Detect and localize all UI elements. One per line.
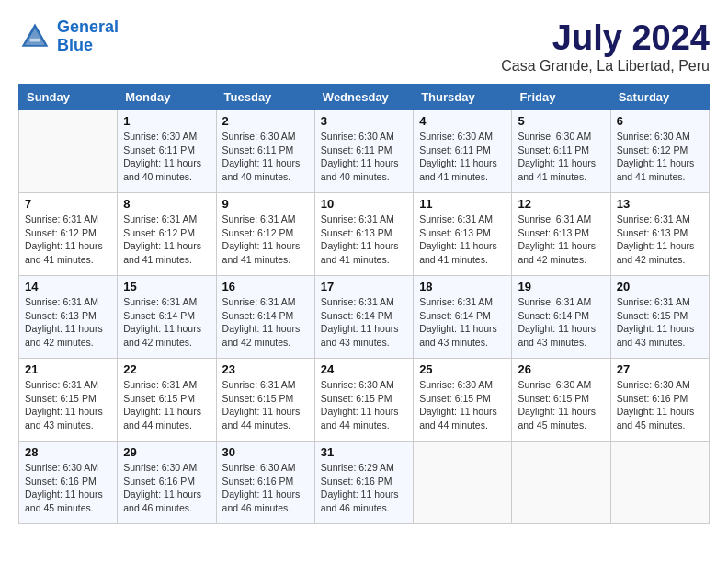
logo-line2: Blue bbox=[57, 36, 93, 54]
day-info: Sunrise: 6:31 AMSunset: 6:13 PMDaylight:… bbox=[25, 295, 111, 350]
day-number: 7 bbox=[25, 197, 111, 211]
day-number: 27 bbox=[617, 362, 703, 376]
calendar-cell: 25Sunrise: 6:30 AMSunset: 6:15 PMDayligh… bbox=[414, 359, 512, 442]
calendar-cell: 31Sunrise: 6:29 AMSunset: 6:16 PMDayligh… bbox=[314, 442, 413, 524]
day-number: 21 bbox=[25, 362, 111, 376]
day-info: Sunrise: 6:31 AMSunset: 6:13 PMDaylight:… bbox=[617, 213, 703, 267]
day-number: 18 bbox=[419, 280, 506, 293]
page-header: General Blue July 2024 Casa Grande, La L… bbox=[18, 18, 710, 75]
weekday-header-row: SundayMondayTuesdayWednesdayThursdayFrid… bbox=[19, 85, 710, 110]
day-info: Sunrise: 6:31 AMSunset: 6:14 PMDaylight:… bbox=[222, 295, 309, 350]
calendar-cell bbox=[512, 442, 610, 524]
day-info: Sunrise: 6:31 AMSunset: 6:14 PMDaylight:… bbox=[419, 295, 506, 350]
location-title: Casa Grande, La Libertad, Peru bbox=[501, 58, 710, 75]
calendar-week-row: 14Sunrise: 6:31 AMSunset: 6:13 PMDayligh… bbox=[19, 276, 710, 359]
day-number: 28 bbox=[25, 445, 111, 459]
day-info: Sunrise: 6:31 AMSunset: 6:14 PMDaylight:… bbox=[321, 295, 407, 350]
calendar-cell: 20Sunrise: 6:31 AMSunset: 6:15 PMDayligh… bbox=[610, 276, 709, 359]
calendar-cell: 18Sunrise: 6:31 AMSunset: 6:14 PMDayligh… bbox=[414, 276, 512, 359]
day-number: 20 bbox=[617, 280, 703, 293]
day-info: Sunrise: 6:31 AMSunset: 6:12 PMDaylight:… bbox=[123, 213, 210, 267]
day-number: 22 bbox=[123, 362, 210, 376]
day-number: 5 bbox=[518, 114, 604, 128]
weekday-header-monday: Monday bbox=[118, 85, 216, 110]
calendar-cell: 6Sunrise: 6:30 AMSunset: 6:12 PMDaylight… bbox=[610, 110, 709, 193]
calendar-cell: 10Sunrise: 6:31 AMSunset: 6:13 PMDayligh… bbox=[314, 193, 413, 276]
weekday-header-tuesday: Tuesday bbox=[216, 85, 314, 110]
day-number: 19 bbox=[518, 280, 604, 293]
calendar-cell: 29Sunrise: 6:30 AMSunset: 6:16 PMDayligh… bbox=[118, 442, 216, 524]
day-number: 26 bbox=[518, 362, 604, 376]
day-info: Sunrise: 6:30 AMSunset: 6:15 PMDaylight:… bbox=[321, 378, 407, 432]
day-info: Sunrise: 6:31 AMSunset: 6:15 PMDaylight:… bbox=[25, 378, 111, 432]
day-number: 23 bbox=[222, 362, 309, 376]
calendar-cell: 2Sunrise: 6:30 AMSunset: 6:11 PMDaylight… bbox=[216, 110, 314, 193]
day-number: 11 bbox=[419, 197, 506, 211]
day-number: 13 bbox=[617, 197, 703, 211]
day-number: 4 bbox=[419, 114, 506, 128]
calendar-cell: 23Sunrise: 6:31 AMSunset: 6:15 PMDayligh… bbox=[216, 359, 314, 442]
day-number: 16 bbox=[222, 280, 309, 293]
day-number: 12 bbox=[518, 197, 604, 211]
weekday-header-saturday: Saturday bbox=[610, 85, 709, 110]
day-number: 14 bbox=[25, 280, 111, 293]
day-number: 29 bbox=[123, 445, 210, 459]
day-info: Sunrise: 6:30 AMSunset: 6:11 PMDaylight:… bbox=[419, 130, 506, 184]
calendar-week-row: 1Sunrise: 6:30 AMSunset: 6:11 PMDaylight… bbox=[19, 110, 710, 193]
day-number: 17 bbox=[321, 280, 407, 293]
day-info: Sunrise: 6:31 AMSunset: 6:14 PMDaylight:… bbox=[518, 295, 604, 350]
calendar-cell bbox=[414, 442, 512, 524]
day-info: Sunrise: 6:31 AMSunset: 6:15 PMDaylight:… bbox=[222, 378, 309, 432]
weekday-header-friday: Friday bbox=[512, 85, 610, 110]
day-info: Sunrise: 6:31 AMSunset: 6:13 PMDaylight:… bbox=[321, 213, 407, 267]
day-info: Sunrise: 6:31 AMSunset: 6:12 PMDaylight:… bbox=[25, 213, 111, 267]
day-number: 15 bbox=[123, 280, 210, 293]
calendar-week-row: 7Sunrise: 6:31 AMSunset: 6:12 PMDaylight… bbox=[19, 193, 710, 276]
day-number: 2 bbox=[222, 114, 309, 128]
calendar-cell: 13Sunrise: 6:31 AMSunset: 6:13 PMDayligh… bbox=[610, 193, 709, 276]
calendar-cell: 19Sunrise: 6:31 AMSunset: 6:14 PMDayligh… bbox=[512, 276, 610, 359]
day-number: 3 bbox=[321, 114, 407, 128]
day-number: 1 bbox=[123, 114, 210, 128]
month-title: July 2024 bbox=[501, 18, 710, 58]
calendar-cell: 21Sunrise: 6:31 AMSunset: 6:15 PMDayligh… bbox=[19, 359, 118, 442]
day-info: Sunrise: 6:31 AMSunset: 6:14 PMDaylight:… bbox=[123, 295, 210, 350]
calendar-cell: 7Sunrise: 6:31 AMSunset: 6:12 PMDaylight… bbox=[19, 193, 118, 276]
day-info: Sunrise: 6:30 AMSunset: 6:11 PMDaylight:… bbox=[518, 130, 604, 184]
calendar-cell: 8Sunrise: 6:31 AMSunset: 6:12 PMDaylight… bbox=[118, 193, 216, 276]
calendar-cell: 27Sunrise: 6:30 AMSunset: 6:16 PMDayligh… bbox=[610, 359, 709, 442]
calendar-cell: 14Sunrise: 6:31 AMSunset: 6:13 PMDayligh… bbox=[19, 276, 118, 359]
calendar-week-row: 21Sunrise: 6:31 AMSunset: 6:15 PMDayligh… bbox=[19, 359, 710, 442]
logo-icon bbox=[18, 20, 51, 53]
day-number: 6 bbox=[617, 114, 703, 128]
day-info: Sunrise: 6:30 AMSunset: 6:11 PMDaylight:… bbox=[321, 130, 407, 184]
logo: General Blue bbox=[18, 18, 119, 55]
calendar-week-row: 28Sunrise: 6:30 AMSunset: 6:16 PMDayligh… bbox=[19, 442, 710, 524]
weekday-header-thursday: Thursday bbox=[414, 85, 512, 110]
calendar-cell: 28Sunrise: 6:30 AMSunset: 6:16 PMDayligh… bbox=[19, 442, 118, 524]
calendar-cell bbox=[19, 110, 118, 193]
calendar-cell: 9Sunrise: 6:31 AMSunset: 6:12 PMDaylight… bbox=[216, 193, 314, 276]
calendar-cell: 30Sunrise: 6:30 AMSunset: 6:16 PMDayligh… bbox=[216, 442, 314, 524]
title-section: July 2024 Casa Grande, La Libertad, Peru bbox=[501, 18, 710, 75]
logo-line1: General bbox=[57, 17, 119, 36]
calendar-cell: 1Sunrise: 6:30 AMSunset: 6:11 PMDaylight… bbox=[118, 110, 216, 193]
day-info: Sunrise: 6:31 AMSunset: 6:13 PMDaylight:… bbox=[419, 213, 506, 267]
calendar-cell: 12Sunrise: 6:31 AMSunset: 6:13 PMDayligh… bbox=[512, 193, 610, 276]
day-info: Sunrise: 6:30 AMSunset: 6:16 PMDaylight:… bbox=[222, 461, 309, 515]
day-number: 10 bbox=[321, 197, 407, 211]
day-info: Sunrise: 6:30 AMSunset: 6:16 PMDaylight:… bbox=[617, 378, 703, 432]
calendar-cell: 16Sunrise: 6:31 AMSunset: 6:14 PMDayligh… bbox=[216, 276, 314, 359]
calendar-cell: 3Sunrise: 6:30 AMSunset: 6:11 PMDaylight… bbox=[314, 110, 413, 193]
calendar-cell: 15Sunrise: 6:31 AMSunset: 6:14 PMDayligh… bbox=[118, 276, 216, 359]
day-info: Sunrise: 6:31 AMSunset: 6:15 PMDaylight:… bbox=[123, 378, 210, 432]
calendar-cell: 17Sunrise: 6:31 AMSunset: 6:14 PMDayligh… bbox=[314, 276, 413, 359]
calendar-cell: 5Sunrise: 6:30 AMSunset: 6:11 PMDaylight… bbox=[512, 110, 610, 193]
weekday-header-sunday: Sunday bbox=[19, 85, 118, 110]
svg-rect-2 bbox=[30, 39, 40, 42]
day-info: Sunrise: 6:30 AMSunset: 6:15 PMDaylight:… bbox=[518, 378, 604, 432]
day-info: Sunrise: 6:31 AMSunset: 6:12 PMDaylight:… bbox=[222, 213, 309, 267]
day-number: 25 bbox=[419, 362, 506, 376]
calendar-cell: 26Sunrise: 6:30 AMSunset: 6:15 PMDayligh… bbox=[512, 359, 610, 442]
day-number: 8 bbox=[123, 197, 210, 211]
